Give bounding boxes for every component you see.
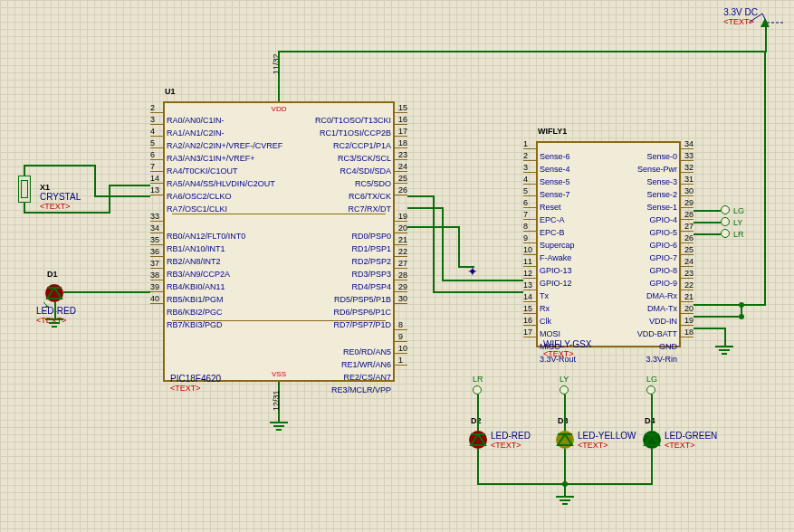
- lg-terminal-bottom[interactable]: [646, 385, 655, 394]
- d2-text: <TEXT>: [491, 441, 531, 450]
- u1-pin-name: RD3/PSP3: [351, 270, 391, 279]
- u1-pin-name: RD0/PSP0: [351, 232, 391, 241]
- d1-ref: D1: [47, 270, 58, 279]
- wifly-pin-name: EPC-A: [540, 215, 565, 224]
- u1-left-pins: RA0/AN0/C1IN-RA1/AN1/C2IN-RA2/AN2/C2IN+/…: [167, 114, 282, 331]
- u1-pin-name: RE3/MCLR/VPP: [331, 385, 391, 394]
- d4-text: <TEXT>: [665, 441, 717, 450]
- wifly-right-pins: Sense-0Sense-PwrSense-3Sense-2Sense-1GPI…: [637, 150, 677, 366]
- d4-ref: D4: [645, 416, 655, 425]
- lg-label: LG: [733, 206, 744, 215]
- power-arrow-icon: [761, 18, 770, 27]
- u1-right-pins: RC0/T1OSO/T13CKIRC1/T1OSI/CCP2BRC2/CCP1/…: [315, 114, 391, 396]
- wifly-pin-name: DMA-Tx: [647, 304, 677, 313]
- u1-pin-name: RC6/TX/CK: [349, 192, 391, 201]
- u1-vdd-stub: [278, 72, 280, 101]
- u1-pin-name: RB4/KBI0/AN11: [167, 282, 225, 291]
- wifly-pin-name: MOSI: [540, 329, 560, 338]
- d3-part: LED-YELLOW: [578, 431, 636, 441]
- lr-terminal[interactable]: [721, 229, 730, 238]
- d2-ref: D2: [471, 416, 482, 425]
- lg-terminal[interactable]: [721, 205, 730, 214]
- u1-pin-name: RC4/SDI/SDA: [340, 166, 391, 176]
- u1-pin-name: RB6/KBI2/PGC: [167, 308, 223, 317]
- u1-pin-name: RD1/PSP1: [351, 244, 391, 253]
- u1-pin-name: RB3/AN9/CCP2A: [167, 270, 230, 279]
- svg-marker-3: [47, 288, 62, 299]
- u1-gnd: [270, 411, 288, 431]
- u1-pin-name: RC5/SDO: [355, 179, 391, 188]
- u1-ref: U1: [165, 87, 176, 96]
- u1-vdd-label: VDD: [272, 105, 287, 113]
- u1-pin-name: RA2/AN2/C2IN+/VREF-/CVREF: [167, 141, 282, 150]
- x1-part: CRYSTAL: [40, 192, 81, 202]
- d1-gnd: [45, 318, 63, 328]
- lr-terminal-bottom[interactable]: [473, 385, 482, 394]
- wifly-pin-name: Sense-4: [540, 165, 570, 174]
- wifly-gnd: [715, 346, 733, 355]
- u1-pin-name: RC3/SCK/SCL: [338, 154, 391, 163]
- u1-pin-name: RE1/WR/AN6: [341, 360, 391, 369]
- lr-label: LR: [733, 230, 744, 239]
- u1-pin-name: RA5/AN4/SS/HLVDIN/C2OUT: [167, 179, 275, 188]
- wifly-pin-name: VDD-IN: [649, 317, 677, 326]
- wifly-ref: WIFLY1: [538, 127, 567, 136]
- wifly-pin-name: GPIO-6: [649, 241, 677, 250]
- u1-pin-name: RC7/RX/DT: [348, 204, 391, 214]
- u1-pin-name: RA3/AN3/C1IN+/VREF+: [167, 154, 255, 163]
- svg-marker-9: [558, 434, 572, 445]
- wifly-pin-name: Supercap: [540, 241, 575, 250]
- wifly-pin-name: Reset: [540, 203, 561, 212]
- u1-pin-name: RD5/PSP5/P1B: [334, 295, 391, 304]
- x1-text: <TEXT>: [40, 202, 81, 211]
- u1-pin-name: RA7/OSC1/CLKI: [167, 204, 227, 214]
- u1-pin-name: RA6/OSC2/CLKO: [167, 192, 232, 201]
- ly-terminal-bottom[interactable]: [560, 385, 569, 394]
- ly-terminal[interactable]: [721, 217, 730, 226]
- u1-vss-label: VSS: [272, 370, 286, 378]
- ly-label: LY: [733, 218, 742, 227]
- u1-pin-name: RE2/CS/AN7: [343, 373, 391, 382]
- wifly-pin-name: VDD-BATT: [637, 329, 677, 338]
- wifly-pin-name: GND: [659, 342, 677, 351]
- crystal-symbol[interactable]: [18, 176, 31, 203]
- u1-pin-name: RD6/PSP6/P1C: [333, 308, 391, 317]
- wifly-pin-name: GPIO-9: [649, 279, 677, 288]
- u1-chip[interactable]: U1 PIC18F4620 <TEXT> VDD VSS RA0/AN0/C1I…: [163, 101, 395, 382]
- u1-part: PIC18F4620: [170, 374, 221, 384]
- x1-ref: X1: [40, 183, 81, 192]
- d3-ref: D3: [558, 416, 569, 425]
- crosshair-cursor: ✦: [467, 264, 478, 279]
- wifly-pin-name: Sense-6: [540, 152, 570, 161]
- wifly-pin-name: GPIO-4: [649, 215, 677, 224]
- u1-pin-name: RD4/PSP4: [351, 282, 391, 291]
- u1-pin-name: RA4/T0CKI/C1OUT: [167, 166, 238, 176]
- wifly-pin-name: GPIO-13: [540, 266, 572, 275]
- wifly-left-pins: Sense-6Sense-4Sense-5Sense-7ResetEPC-AEP…: [540, 150, 576, 366]
- wifly-pin-name: 3.3V-Rout: [540, 355, 576, 364]
- u1-pin-name: RB1/AN10/INT1: [167, 244, 225, 253]
- u1-pin-name: RB0/AN12/FLT0/INT0: [167, 232, 245, 241]
- svg-marker-11: [645, 434, 659, 445]
- leds-gnd: [556, 485, 574, 505]
- wifly-pin-name: DMA-Rx: [646, 291, 677, 300]
- wifly-pin-name: GPIO-7: [649, 253, 677, 262]
- wifly-pin-name: Sense-3: [646, 177, 677, 186]
- u1-pin-name: RC2/CCP1/P1A: [333, 141, 391, 150]
- u1-pin-name: RB5/KBI1/PGM: [167, 295, 224, 304]
- wifly-pin-name: Sense-0: [646, 152, 677, 161]
- wifly-pin-name: GPIO-8: [649, 266, 677, 275]
- wifly-pin-name: Tx: [540, 291, 549, 300]
- wifly-pin-name: Sense-5: [540, 177, 570, 186]
- u1-pin-name: RD2/PSP2: [351, 257, 391, 266]
- wifly-pin-name: F-Awake: [540, 253, 571, 262]
- d2-part: LED-RED: [491, 431, 531, 441]
- wifly-pin-name: GPIO-5: [649, 228, 677, 237]
- wifly-chip[interactable]: WIFLY1 WIFLY-GSX <TEXT> Sense-6Sense-4Se…: [536, 141, 681, 347]
- u1-pin-name: RB7/KBI3/PGD: [167, 320, 223, 329]
- wifly-pin-name: Sense-1: [646, 203, 677, 212]
- wifly-pin-name: Clk: [540, 317, 551, 326]
- u1-pin-name: RA1/AN1/C2IN-: [167, 128, 225, 138]
- u1-pin-name: RC0/T1OSO/T13CKI: [315, 116, 391, 125]
- wifly-pin-name: Sense-Pwr: [637, 165, 677, 174]
